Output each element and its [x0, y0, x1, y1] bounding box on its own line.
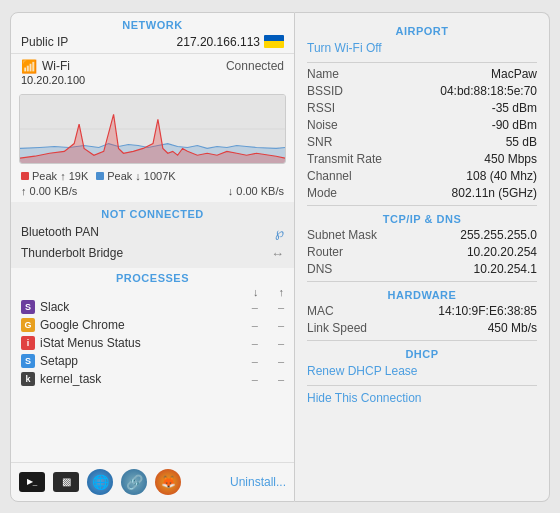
globe-icon[interactable]: 🌐: [87, 469, 113, 495]
proc-slack: S Slack – –: [11, 298, 294, 316]
proc-name-istat: iStat Menus Status: [40, 336, 244, 350]
not-connected-header: NOT CONNECTED: [21, 206, 284, 222]
istat-icon: i: [21, 336, 35, 350]
firefox-icon[interactable]: 🦊: [155, 469, 181, 495]
not-connected-section: NOT CONNECTED Bluetooth PAN ℘ Thunderbol…: [11, 202, 294, 268]
proc-name-slack: Slack: [40, 300, 244, 314]
processes-section: PROCESSES ↓ ↑ S Slack – – G Google Chrom…: [11, 268, 294, 462]
thunderbolt-icon: ↔: [271, 246, 284, 261]
proc-name-chrome: Google Chrome: [40, 318, 244, 332]
proc-name-setapp: Setapp: [40, 354, 244, 368]
slack-icon: S: [21, 300, 35, 314]
network-header: NETWORK: [11, 13, 294, 33]
uninstall-button[interactable]: Uninstall...: [230, 475, 286, 489]
hide-connection-button[interactable]: Hide This Connection: [307, 389, 537, 409]
divider-4: [307, 340, 537, 341]
proc-vals-setapp: – –: [244, 355, 284, 367]
proc-setapp: S Setapp – –: [11, 352, 294, 370]
transfer-row: ↑ 0.00 KB/s ↓ 0.00 KB/s: [11, 184, 294, 198]
divider-2: [307, 205, 537, 206]
bluetooth-icon: ℘: [275, 225, 284, 240]
public-ip-row: Public IP 217.20.166.113: [11, 33, 294, 51]
monitor-icon[interactable]: ▩: [53, 472, 79, 492]
public-ip-label: Public IP: [21, 35, 68, 49]
wifi-row: 📶 Wi-Fi Connected: [11, 56, 294, 74]
divider-5: [307, 385, 537, 386]
red-dot-icon: [21, 172, 29, 180]
turn-wifi-off-button[interactable]: Turn Wi-Fi Off: [307, 39, 537, 59]
bluetooth-label: Bluetooth PAN: [21, 225, 99, 239]
proc-vals-kernel: – –: [244, 373, 284, 385]
field-router: Router 10.20.20.254: [307, 244, 537, 261]
network-icon[interactable]: 🔗: [121, 469, 147, 495]
field-name: Name MacPaw: [307, 66, 537, 83]
proc-chrome: G Google Chrome – –: [11, 316, 294, 334]
setapp-icon: S: [21, 354, 35, 368]
blue-dot-icon: [96, 172, 104, 180]
wifi-status: Connected: [226, 59, 284, 73]
field-dns: DNS 10.20.254.1: [307, 261, 537, 278]
thunderbolt-label: Thunderbolt Bridge: [21, 246, 123, 260]
transfer-up: 0.00 KB/s: [30, 185, 78, 197]
field-bssid: BSSID 04:bd:88:18:5e:70: [307, 83, 537, 100]
wifi-label: Wi-Fi: [42, 59, 70, 73]
nc-bluetooth: Bluetooth PAN ℘: [21, 222, 284, 243]
renew-dhcp-button[interactable]: Renew DHCP Lease: [307, 362, 537, 382]
proc-name-kernel: kernel_task: [40, 372, 244, 386]
field-rssi: RSSI -35 dBm: [307, 100, 537, 117]
graph-legend: Peak ↑ 19K Peak ↓ 1007K: [11, 168, 294, 184]
terminal-icon[interactable]: ▶_: [19, 472, 45, 492]
bottom-bar: ▶_ ▩ 🌐 🔗 🦊 Uninstall...: [11, 462, 294, 501]
proc-istat: i iStat Menus Status – –: [11, 334, 294, 352]
legend-peak-down: Peak ↓ 1007K: [96, 170, 175, 182]
flag-ukraine-icon: [264, 35, 284, 48]
hardware-header: HARDWARE: [307, 285, 537, 303]
wifi-icon: 📶: [21, 59, 37, 74]
proc-vals-chrome: – –: [244, 319, 284, 331]
field-link-speed: Link Speed 450 Mb/s: [307, 320, 537, 337]
network-graph: [19, 94, 286, 164]
dhcp-header: DHCP: [307, 344, 537, 362]
transfer-down: 0.00 KB/s: [236, 185, 284, 197]
proc-kernel: k kernel_task – –: [11, 370, 294, 388]
chrome-icon: G: [21, 318, 35, 332]
airport-header: AIRPORT: [307, 21, 537, 39]
proc-vals-istat: – –: [244, 337, 284, 349]
proc-col-headers: ↓ ↑: [11, 286, 294, 298]
kernel-icon: k: [21, 372, 35, 386]
field-subnet: Subnet Mask 255.255.255.0: [307, 227, 537, 244]
tcpip-header: TCP/IP & DNS: [307, 209, 537, 227]
divider-1: [307, 62, 537, 63]
nc-thunderbolt: Thunderbolt Bridge ↔: [21, 243, 284, 264]
field-mac: MAC 14:10:9F:E6:38:85: [307, 303, 537, 320]
processes-header: PROCESSES: [11, 268, 294, 286]
field-snr: SNR 55 dB: [307, 134, 537, 151]
left-panel: NETWORK Public IP 217.20.166.113 📶 Wi-Fi…: [10, 12, 295, 502]
public-ip-value: 217.20.166.113: [177, 35, 284, 49]
proc-vals-slack: – –: [244, 301, 284, 313]
right-panel: AIRPORT Turn Wi-Fi Off Name MacPaw BSSID…: [295, 12, 550, 502]
wifi-ip: 10.20.20.100: [11, 74, 294, 90]
field-noise: Noise -90 dBm: [307, 117, 537, 134]
field-transmit-rate: Transmit Rate 450 Mbps: [307, 151, 537, 168]
field-channel: Channel 108 (40 Mhz): [307, 168, 537, 185]
divider: [11, 53, 294, 54]
legend-peak-up: Peak ↑ 19K: [21, 170, 88, 182]
field-mode: Mode 802.11n (5GHz): [307, 185, 537, 202]
graph-svg: [20, 95, 285, 163]
divider-3: [307, 281, 537, 282]
